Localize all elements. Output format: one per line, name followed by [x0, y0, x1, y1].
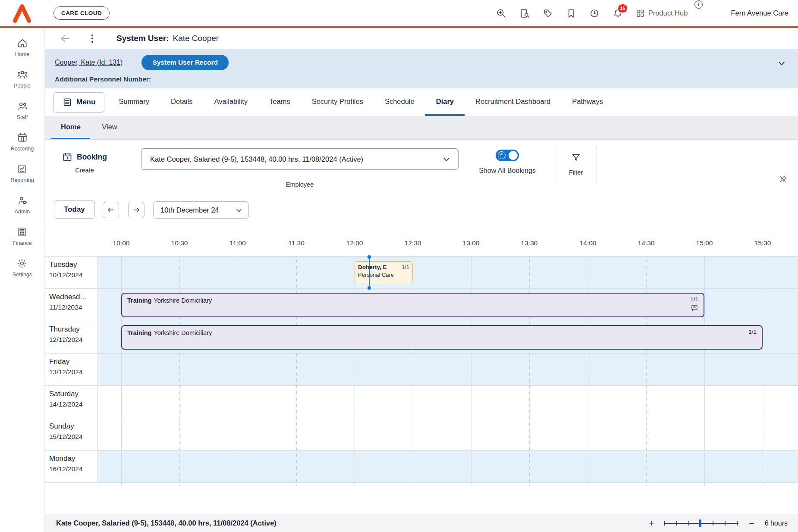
time-label: 11:00: [229, 239, 246, 247]
tab-security-profiles[interactable]: Security Profiles: [301, 88, 374, 116]
time-label: 15:30: [754, 239, 771, 247]
notifications-bell-icon[interactable]: 15: [613, 8, 623, 19]
booking-personal-care[interactable]: Doherty, E 1/1 Personal Care: [355, 261, 413, 283]
arrow-right-icon: [132, 206, 141, 214]
day-timeline[interactable]: [98, 451, 798, 482]
system-user-record-badge[interactable]: System User Record: [141, 55, 229, 70]
booking-training[interactable]: TrainingYorkshire Domiciliary 1/1: [121, 293, 704, 317]
settings-gear-icon: [16, 258, 28, 269]
time-label: 15:00: [696, 239, 713, 247]
zoom-level-label: 6 hours: [765, 519, 788, 527]
tab-diary[interactable]: Diary: [425, 88, 465, 116]
unpin-icon[interactable]: [779, 175, 788, 185]
more-options-icon[interactable]: [90, 33, 95, 44]
create-caption: Create: [62, 167, 107, 174]
current-time-indicator: [369, 257, 370, 288]
tag-icon[interactable]: [543, 8, 553, 19]
apps-grid-icon: [636, 9, 645, 18]
zoom-out-button[interactable]: −: [749, 519, 754, 528]
sidebar-item-home[interactable]: Home: [15, 38, 29, 57]
sidebar-item-admin[interactable]: Admin: [15, 195, 30, 215]
filter-button[interactable]: Filter: [561, 153, 591, 176]
toolbar-divider: [596, 146, 597, 183]
sidebar-item-settings[interactable]: Settings: [13, 258, 32, 278]
notification-count-badge: 15: [618, 4, 627, 13]
day-timeline[interactable]: Doherty, E 1/1 Personal Care: [98, 257, 798, 288]
date-navigation: Today 10th December 24: [45, 189, 798, 230]
staff-icon: [17, 100, 28, 112]
tab-availability[interactable]: Availability: [203, 88, 258, 116]
record-tab-bar: Menu Summary Details Availability Teams …: [45, 88, 798, 116]
time-label: 12:30: [405, 239, 421, 247]
tab-schedule[interactable]: Schedule: [374, 88, 425, 116]
show-all-bookings-label: Show All Bookings: [466, 167, 549, 175]
history-icon[interactable]: [589, 8, 600, 19]
tab-teams[interactable]: Teams: [258, 88, 301, 116]
sidebar-item-staff[interactable]: Staff: [17, 100, 28, 120]
today-button[interactable]: Today: [54, 200, 95, 219]
calendar-row-monday: Monday 16/12/2024: [45, 451, 798, 483]
record-link[interactable]: Cooper, Kate (Id: 131): [55, 59, 123, 66]
tab-details[interactable]: Details: [160, 88, 203, 116]
previous-week-button[interactable]: [103, 202, 119, 218]
zoom-slider-handle[interactable]: [699, 519, 701, 527]
time-label: 14:30: [638, 239, 655, 247]
calendar-row-wednesday: Wednesd... 11/12/2024 TrainingYorkshire …: [45, 289, 798, 321]
calendar-row-sunday: Sunday 15/12/2024: [45, 418, 798, 451]
bookmark-icon[interactable]: [566, 8, 576, 19]
personnel-number-label: Additional Personnel Number:: [55, 75, 798, 83]
user-avatar[interactable]: i: [701, 5, 718, 22]
rostering-icon: [17, 132, 28, 143]
tab-recruitment-dashboard[interactable]: Recruitment Dashboard: [465, 88, 561, 116]
zoom-in-icon[interactable]: [496, 8, 506, 19]
collapse-chevron-icon[interactable]: [776, 58, 787, 70]
info-icon[interactable]: i: [694, 0, 703, 9]
day-timeline[interactable]: [98, 418, 798, 450]
record-header: System User: Kate Cooper: [45, 28, 798, 49]
date-picker-dropdown[interactable]: 10th December 24: [153, 201, 249, 219]
reporting-icon: [16, 163, 28, 175]
toolbar-divider: [556, 146, 556, 183]
tab-pathways[interactable]: Pathways: [561, 88, 614, 116]
sidebar-item-finance[interactable]: Finance: [13, 226, 31, 246]
next-week-button[interactable]: [128, 202, 145, 218]
comment-icon[interactable]: [691, 304, 698, 314]
employee-select[interactable]: Kate Cooper, Salaried (9-5), 153448, 40.…: [141, 148, 459, 170]
day-label: Saturday 14/12/2024: [45, 386, 98, 418]
show-all-bookings-toggle-group: Show All Bookings: [466, 150, 549, 175]
diary-subtab-bar: Home View: [45, 116, 798, 140]
back-arrow-icon[interactable]: [60, 33, 71, 44]
day-timeline[interactable]: TrainingYorkshire Domiciliary 1/1: [98, 289, 798, 321]
calendar-row-tuesday: Tuesday 10/12/2024 Doherty, E 1/1 Person…: [45, 257, 798, 289]
sidebar-item-reporting[interactable]: Reporting: [10, 163, 34, 183]
booking-calendar-icon: [62, 152, 72, 162]
zoom-in-button[interactable]: +: [649, 519, 654, 528]
day-timeline[interactable]: [98, 354, 798, 385]
time-label: 13:00: [463, 239, 480, 247]
time-label: 13:30: [521, 239, 538, 247]
subtab-view[interactable]: View: [90, 116, 129, 139]
sidebar-item-rostering[interactable]: Rostering: [11, 132, 34, 152]
product-hub-button[interactable]: Product Hub: [636, 9, 688, 18]
time-label: 14:00: [580, 239, 597, 247]
zoom-slider[interactable]: [664, 519, 738, 528]
admin-icon: [17, 195, 28, 206]
menu-button[interactable]: Menu: [53, 92, 104, 113]
show-all-bookings-toggle[interactable]: [496, 150, 519, 161]
tab-summary[interactable]: Summary: [108, 88, 160, 116]
subtab-home[interactable]: Home: [51, 116, 90, 139]
document-search-icon[interactable]: [519, 8, 530, 19]
selected-employee-summary: Kate Cooper, Salaried (9-5), 153448, 40.…: [56, 519, 276, 527]
time-label: 10:00: [113, 239, 130, 247]
day-timeline[interactable]: [98, 386, 798, 418]
day-label: Sunday 15/12/2024: [45, 418, 98, 450]
create-booking-button[interactable]: Booking Create: [62, 152, 107, 174]
day-timeline[interactable]: TrainingYorkshire Domiciliary 1/1: [98, 321, 798, 353]
day-label: Tuesday 10/12/2024: [45, 257, 98, 288]
booking-training[interactable]: TrainingYorkshire Domiciliary 1/1: [121, 325, 763, 350]
calendar-row-saturday: Saturday 14/12/2024: [45, 386, 798, 418]
sidebar-item-people[interactable]: People: [14, 69, 31, 89]
care-cloud-badge[interactable]: CARE CLOUD: [53, 6, 110, 20]
day-label: Monday 16/12/2024: [45, 451, 98, 482]
people-icon: [17, 69, 28, 80]
